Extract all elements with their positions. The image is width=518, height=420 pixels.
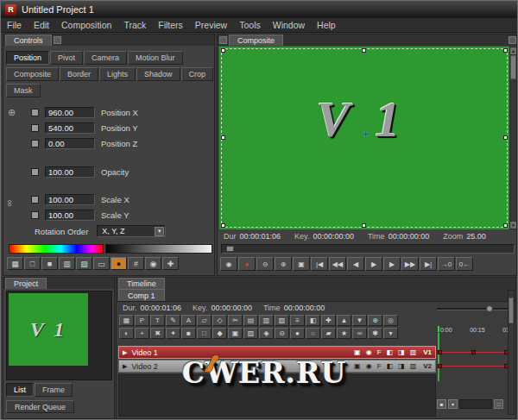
anchor-icon[interactable]: A	[181, 315, 196, 326]
timeline-vertical-scrollbar[interactable]	[508, 290, 515, 415]
param-checkbox[interactable]	[31, 109, 39, 116]
gradient-swatch-icon[interactable]: ▥	[59, 257, 75, 270]
panel-options-button[interactable]	[219, 36, 227, 44]
track-layers-icon[interactable]: ▥	[410, 362, 417, 370]
set-in-icon[interactable]: →0	[438, 257, 455, 271]
more-icon[interactable]: ▾	[383, 328, 398, 339]
track-monitor-left-icon[interactable]: ◧	[387, 362, 394, 370]
copy-icon[interactable]: ▤	[243, 315, 258, 326]
open-square-icon[interactable]: □	[494, 399, 503, 409]
selection-handle[interactable]	[221, 48, 225, 53]
track-monitor-right-icon[interactable]: ◨	[398, 362, 405, 370]
menu-item[interactable]: Filters	[152, 18, 189, 32]
project-panel-tab[interactable]: Project	[5, 278, 47, 289]
anchor-crosshair-icon[interactable]: +	[363, 129, 368, 139]
param-value-field[interactable]: 100.00	[45, 194, 95, 205]
scroll-down-icon[interactable]: ▼	[510, 222, 516, 229]
text-tool-icon[interactable]: T	[150, 315, 165, 326]
add-icon[interactable]: ✚	[321, 315, 336, 326]
favorite-icon[interactable]: ★	[337, 328, 351, 339]
menu-item[interactable]: Composition	[55, 18, 117, 32]
time-scrub-slider[interactable]	[221, 244, 515, 254]
track-effects-icon[interactable]: ▣	[354, 348, 361, 356]
scroll-up-icon[interactable]: ▲	[510, 47, 516, 54]
horizontal-scrollbar[interactable]	[459, 399, 492, 409]
selection-handle[interactable]	[503, 223, 508, 228]
list-icon[interactable]: ≡	[290, 315, 305, 326]
param-value-field[interactable]: 100.00	[45, 210, 95, 221]
param-checkbox[interactable]	[31, 196, 39, 204]
go-start-icon[interactable]: |◀	[311, 257, 328, 271]
select-tool-icon[interactable]: ◐	[119, 328, 134, 339]
grid-icon[interactable]: #	[128, 257, 144, 270]
track-effects-icon[interactable]: ▣	[354, 362, 361, 370]
param-value-field[interactable]: 960.00	[45, 107, 95, 118]
project-view-tab[interactable]: List	[6, 383, 34, 397]
timeline-panel-tab[interactable]: Timeline	[118, 278, 165, 289]
folder-icon[interactable]: ▧	[275, 315, 289, 326]
comp-icon[interactable]: ▣	[228, 328, 243, 339]
black-swatch-icon[interactable]: ■	[41, 257, 58, 270]
project-view-tab[interactable]: Frame	[35, 383, 73, 397]
controls-tab[interactable]: Position	[6, 51, 49, 65]
selection-handle[interactable]	[362, 48, 366, 53]
render-queue-button[interactable]: Render Queue	[6, 400, 74, 413]
track-monitor-left-icon[interactable]: ◧	[387, 348, 394, 356]
axes-icon[interactable]: ✚	[162, 257, 179, 270]
prev-key-icon[interactable]: ◀◀	[329, 257, 346, 271]
solid-square-icon[interactable]: ■	[437, 399, 446, 409]
chevron-down-icon[interactable]: ▾	[155, 227, 164, 236]
delete-icon[interactable]: ✖	[150, 328, 165, 339]
keyframe-track[interactable]	[439, 366, 508, 367]
target-icon[interactable]: ◎	[383, 315, 398, 326]
track-row[interactable]: ▶ Video 2 ▣ ◉ F ◧ ◨ ▥ V2	[118, 360, 436, 373]
diamond-icon[interactable]: ◆	[212, 328, 227, 339]
controls-tab[interactable]: Motion Blur	[128, 51, 183, 65]
controls-tab[interactable]: Crop	[181, 67, 214, 81]
split-view-icon[interactable]: ◧	[306, 315, 320, 326]
record-icon[interactable]: ●	[238, 257, 256, 271]
menu-item[interactable]: Help	[311, 18, 342, 32]
panel-options-button[interactable]	[54, 36, 61, 44]
param-checkbox[interactable]	[31, 168, 39, 176]
gem-icon[interactable]: ◈	[259, 328, 274, 339]
param-checkbox[interactable]	[31, 124, 39, 132]
zoom-in-icon[interactable]: ⊕	[275, 257, 292, 271]
keyframe-dot[interactable]	[471, 350, 476, 354]
controls-tab[interactable]: Shadow	[136, 67, 180, 81]
scrollbar-handle[interactable]	[509, 298, 514, 323]
zoom-slider-knob[interactable]	[486, 305, 493, 312]
param-checkbox[interactable]	[31, 140, 39, 147]
record-track-icon[interactable]: ●	[290, 328, 305, 339]
solid-icon[interactable]: ■	[181, 328, 196, 339]
gray-gradient-strip[interactable]	[105, 244, 212, 254]
move-down-icon[interactable]: ▼	[352, 315, 367, 326]
zoom-timeline-icon[interactable]: ⊕	[368, 315, 382, 326]
keyframe-track[interactable]	[439, 352, 508, 353]
collapse-icon[interactable]: ⊖	[275, 328, 289, 339]
scrub-knob[interactable]	[226, 246, 234, 252]
rotation-order-dropdown[interactable]: X, Y, Z ▾	[97, 225, 166, 237]
selection-handle[interactable]	[362, 223, 366, 228]
controls-panel-tab[interactable]: Controls	[5, 34, 52, 46]
composite-panel-tab[interactable]: Composite	[229, 34, 283, 46]
track-layers-icon[interactable]: ▥	[410, 348, 417, 356]
circle-icon[interactable]: ○	[306, 328, 320, 339]
sphere-icon[interactable]: ◉	[145, 257, 161, 270]
white-swatch-icon[interactable]: □	[24, 257, 41, 270]
viewport-vertical-scrollbar[interactable]: ▲ ▼	[509, 47, 517, 229]
time-ruler[interactable]: 0:0000:1501	[440, 327, 509, 333]
active-color-icon[interactable]: ●	[111, 257, 127, 270]
track-fx-icon[interactable]: F	[377, 362, 382, 370]
menu-item[interactable]: Preview	[189, 18, 233, 32]
param-value-field[interactable]: 100.00	[45, 166, 95, 178]
expand-arrow-icon[interactable]: ▶	[123, 363, 127, 370]
controls-tab[interactable]: Lights	[99, 67, 136, 81]
zoom-out-icon[interactable]: ⊖	[256, 257, 274, 271]
selection-handle[interactable]	[503, 48, 508, 53]
menu-item[interactable]: Edit	[28, 18, 55, 32]
snap-grid-icon[interactable]: ▦	[119, 315, 134, 326]
bar-icon[interactable]: ▰	[321, 328, 336, 339]
chevron-down-icon[interactable]: ▾	[448, 399, 458, 409]
move-up-icon[interactable]: ▲	[337, 315, 351, 326]
